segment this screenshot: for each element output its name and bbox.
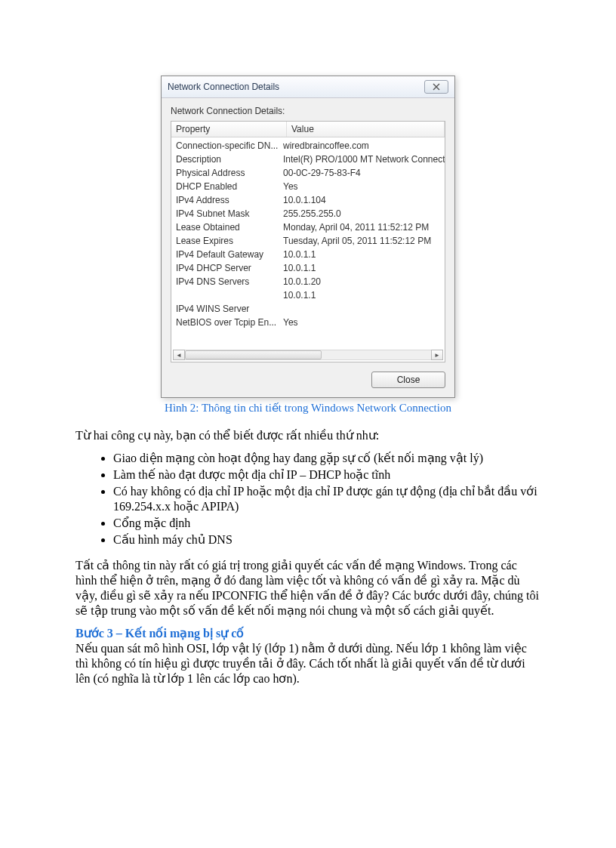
- value-cell: 10.0.1.104: [282, 193, 445, 207]
- value-cell: 00-0C-29-75-83-F4: [282, 166, 445, 180]
- scroll-right-arrow-icon[interactable]: ►: [431, 350, 443, 360]
- property-cell: NetBIOS over Tcpip En...: [171, 316, 282, 329]
- list-item: Cấu hình máy chủ DNS: [113, 532, 541, 547]
- close-icon[interactable]: [424, 80, 448, 94]
- table-row: DescriptionIntel(R) PRO/1000 MT Network …: [171, 153, 445, 166]
- horizontal-scrollbar[interactable]: ◄ ►: [173, 350, 443, 360]
- property-cell: [171, 288, 282, 302]
- list-item: Có hay không có địa chỉ IP hoặc một địa …: [113, 484, 541, 514]
- figure-caption: Hình 2: Thông tin chi tiết trong Windows…: [165, 401, 451, 415]
- table-row: 10.0.1.1: [171, 288, 445, 302]
- value-cell: [282, 302, 445, 316]
- bullet-list: Giao diện mạng còn hoạt động hay đang gặ…: [75, 451, 541, 547]
- table-row: Connection-specific DN...wiredbraincoffe…: [171, 139, 445, 153]
- property-cell: IPv4 Default Gateway: [171, 248, 282, 261]
- table-row: Lease ObtainedMonday, April 04, 2011 11:…: [171, 220, 445, 234]
- table-row: IPv4 Subnet Mask255.255.255.0: [171, 207, 445, 220]
- list-item: Giao diện mạng còn hoạt động hay đang gặ…: [113, 451, 541, 466]
- value-cell: 10.0.1.20: [282, 275, 445, 288]
- property-cell: IPv4 DHCP Server: [171, 261, 282, 275]
- scroll-thumb[interactable]: [185, 350, 322, 359]
- property-cell: Lease Expires: [171, 234, 282, 248]
- header-property[interactable]: Property: [171, 122, 287, 137]
- table-row: IPv4 Default Gateway10.0.1.1: [171, 248, 445, 261]
- property-cell: Physical Address: [171, 166, 282, 180]
- list-item: Cổng mặc định: [113, 516, 541, 531]
- property-cell: IPv4 Address: [171, 193, 282, 207]
- header-value[interactable]: Value: [287, 122, 445, 137]
- details-list: Property Value Connection-specific DN...…: [171, 121, 445, 362]
- paragraph: Từ hai công cụ này, bạn có thể biết được…: [75, 428, 541, 443]
- dialog-title: Network Connection Details: [168, 82, 279, 92]
- value-cell: Tuesday, April 05, 2011 11:52:12 PM: [282, 234, 445, 248]
- step-heading: Bước 3 – Kết nối mạng bị sự cố: [75, 626, 541, 641]
- network-details-dialog: Network Connection Details Network Conne…: [161, 76, 455, 398]
- paragraph: Nếu quan sát mô hình OSI, lớp vật lý (lớ…: [75, 641, 541, 686]
- value-cell: 10.0.1.1: [282, 288, 445, 302]
- property-cell: IPv4 Subnet Mask: [171, 207, 282, 220]
- close-button[interactable]: Close: [371, 372, 445, 388]
- table-row: IPv4 DHCP Server10.0.1.1: [171, 261, 445, 275]
- table-row: IPv4 Address10.0.1.104: [171, 193, 445, 207]
- paragraph: Tất cả thông tin này rất có giá trị tron…: [75, 558, 541, 618]
- table-row: DHCP EnabledYes: [171, 180, 445, 193]
- list-item: Làm thế nào đạt được một địa chỉ IP – DH…: [113, 467, 541, 483]
- dialog-subtitle: Network Connection Details:: [171, 106, 445, 116]
- table-row: IPv4 DNS Servers10.0.1.20: [171, 275, 445, 288]
- table-row: IPv4 WINS Server: [171, 302, 445, 316]
- property-cell: IPv4 WINS Server: [171, 302, 282, 316]
- value-cell: 10.0.1.1: [282, 248, 445, 261]
- value-cell: Monday, April 04, 2011 11:52:12 PM: [282, 220, 445, 234]
- property-cell: Lease Obtained: [171, 220, 282, 234]
- table-row: NetBIOS over Tcpip En...Yes: [171, 316, 445, 329]
- value-cell: 255.255.255.0: [282, 207, 445, 220]
- property-cell: DHCP Enabled: [171, 180, 282, 193]
- property-cell: Connection-specific DN...: [171, 139, 282, 153]
- titlebar: Network Connection Details: [162, 76, 454, 98]
- scroll-track[interactable]: [185, 350, 431, 360]
- property-cell: IPv4 DNS Servers: [171, 275, 282, 288]
- value-cell: 10.0.1.1: [282, 261, 445, 275]
- value-cell: Yes: [282, 316, 445, 329]
- scroll-left-arrow-icon[interactable]: ◄: [173, 350, 185, 360]
- table-row: Lease ExpiresTuesday, April 05, 2011 11:…: [171, 234, 445, 248]
- table-row: Physical Address00-0C-29-75-83-F4: [171, 166, 445, 180]
- property-cell: Description: [171, 153, 282, 166]
- value-cell: Intel(R) PRO/1000 MT Network Connecti: [282, 153, 445, 166]
- value-cell: wiredbraincoffee.com: [282, 139, 445, 153]
- value-cell: Yes: [282, 180, 445, 193]
